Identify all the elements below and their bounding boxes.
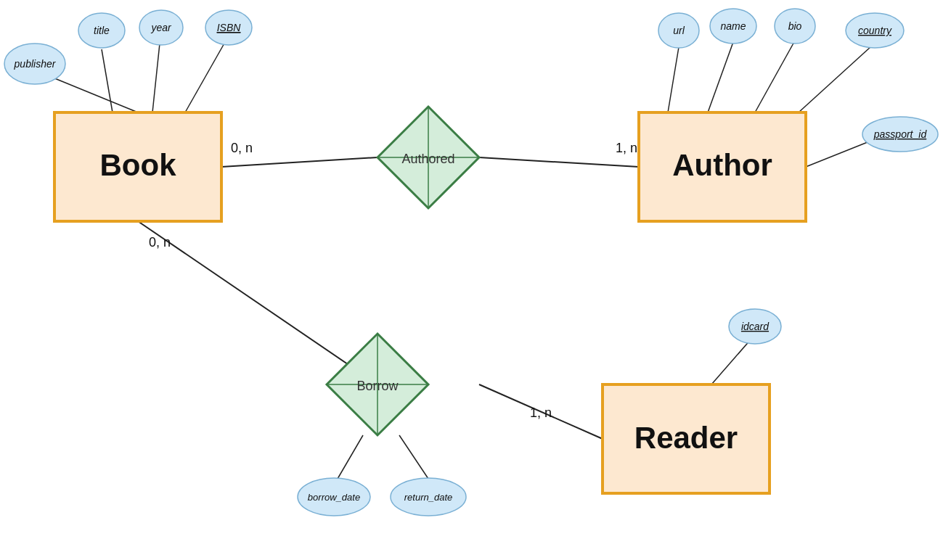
attr-book-year-label: year: [150, 22, 172, 33]
line-book-publisher: [49, 76, 138, 112]
line-author-url: [668, 47, 679, 112]
entity-book-label: Book: [100, 148, 177, 182]
line-author-name: [708, 42, 733, 112]
line-author-country: [799, 46, 871, 112]
attr-book-publisher-label: publisher: [14, 58, 57, 70]
cardinality-book-borrow: 0, n: [149, 235, 171, 250]
attr-borrow-returndate-label: return_date: [404, 492, 453, 503]
attr-book-title-label: title: [94, 25, 110, 36]
attr-reader-idcard-label: idcard: [741, 321, 770, 332]
line-borrow-borrowdate: [338, 435, 363, 479]
attr-book-isbn-label: ISBN: [217, 22, 242, 33]
line-borrow-returndate: [399, 435, 428, 479]
line-book-title: [102, 49, 113, 112]
attr-author-url-label: url: [673, 25, 685, 36]
line-reader-idcard: [711, 339, 751, 384]
line-book-borrow: [138, 221, 377, 384]
entity-reader-label: Reader: [634, 421, 738, 455]
entity-author-label: Author: [672, 148, 772, 182]
cardinality-book-authored: 0, n: [231, 141, 253, 155]
relationship-authored-label: Authored: [401, 152, 454, 166]
line-author-bio: [755, 41, 795, 112]
line-author-passport: [806, 139, 875, 167]
line-authored-author: [479, 157, 639, 167]
attr-author-country-label: country: [858, 25, 892, 36]
line-book-year: [152, 44, 160, 112]
relationship-borrow-label: Borrow: [356, 379, 399, 393]
attr-author-bio-label: bio: [788, 20, 802, 32]
attr-borrow-borrowdate-label: borrow_date: [308, 492, 360, 503]
attr-author-name-label: name: [720, 20, 746, 32]
line-book-isbn: [185, 42, 225, 112]
line-book-authored: [221, 157, 377, 167]
attr-author-passport-label: passport_id: [873, 128, 928, 140]
er-diagram: Book Author Reader Authored Borrow publi…: [0, 0, 951, 560]
cardinality-author-authored: 1, n: [616, 141, 637, 155]
cardinality-reader-borrow: 1, n: [530, 405, 552, 420]
